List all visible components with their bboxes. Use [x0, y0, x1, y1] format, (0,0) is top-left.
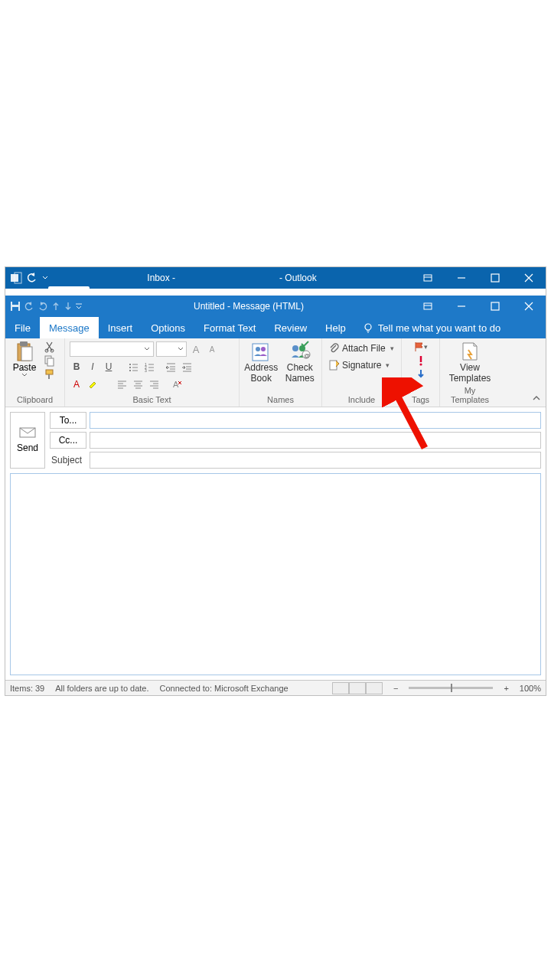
send-button[interactable]: Send — [10, 412, 45, 469]
ribbon-display-icon[interactable] — [411, 296, 445, 317]
qat-dropdown-icon[interactable] — [42, 275, 48, 281]
subject-input[interactable] — [90, 452, 541, 469]
tab-file[interactable]: File — [5, 317, 40, 338]
ribbon-tabs: File Message Insert Options Format Text … — [5, 317, 546, 338]
to-input[interactable] — [90, 412, 541, 429]
names-group-label: Names — [244, 394, 317, 407]
format-painter-icon[interactable] — [44, 368, 56, 381]
tab-format-text[interactable]: Format Text — [194, 317, 265, 338]
svg-rect-8 — [491, 302, 499, 310]
status-folders: All folders are up to date. — [55, 684, 148, 693]
shrink-font-icon[interactable]: A — [205, 342, 219, 356]
redo-icon[interactable] — [37, 301, 48, 312]
lightbulb-icon — [363, 322, 373, 333]
signature-icon — [328, 359, 339, 371]
outlook-tab-peek — [48, 286, 90, 294]
font-name-selector[interactable] — [70, 341, 154, 357]
svg-point-19 — [129, 367, 131, 368]
message-body[interactable] — [10, 473, 541, 675]
undo-icon[interactable] — [24, 301, 34, 312]
tell-me-search[interactable]: Tell me what you want to do — [355, 317, 508, 338]
my-templates-group-label: My Templates — [445, 384, 495, 407]
svg-point-33 — [419, 363, 422, 365]
bold-icon[interactable]: B — [70, 360, 83, 374]
attach-file-button[interactable]: Attach File ▾ — [327, 341, 396, 356]
maximize-icon[interactable] — [478, 267, 512, 289]
svg-rect-17 — [46, 370, 53, 374]
zoom-slider[interactable] — [409, 687, 493, 689]
paste-button[interactable]: Paste — [10, 341, 39, 377]
address-book-icon — [249, 341, 272, 362]
view-switch-buttons[interactable] — [332, 682, 383, 694]
underline-icon[interactable]: U — [102, 360, 116, 374]
tab-review[interactable]: Review — [265, 317, 316, 338]
high-importance-button[interactable] — [414, 354, 428, 367]
zoom-out-icon[interactable]: − — [393, 684, 398, 693]
collapse-ribbon-icon[interactable] — [532, 394, 541, 402]
svg-rect-2 — [424, 275, 432, 281]
save-icon[interactable] — [10, 301, 21, 312]
qat-customize-icon[interactable] — [76, 302, 82, 310]
check-names-button[interactable]: @ Check Names — [283, 341, 318, 384]
prev-item-icon[interactable] — [51, 301, 60, 312]
svg-point-18 — [129, 364, 131, 365]
font-color-icon[interactable]: A — [70, 377, 83, 391]
copy-icon[interactable] — [44, 354, 56, 367]
view-templates-button[interactable]: View Templates — [445, 341, 495, 384]
tab-insert[interactable]: Insert — [99, 317, 142, 338]
highlight-icon[interactable] — [86, 377, 99, 391]
maximize-icon[interactable] — [478, 296, 512, 317]
align-left-icon[interactable] — [115, 377, 129, 391]
svg-rect-12 — [21, 347, 32, 361]
undo-icon[interactable] — [27, 273, 37, 283]
ribbon-display-icon[interactable] — [411, 267, 445, 289]
font-size-selector[interactable] — [156, 341, 187, 357]
close-icon[interactable] — [512, 267, 546, 289]
status-bar: Items: 39 All folders are up to date. Co… — [5, 680, 546, 695]
svg-point-9 — [365, 324, 371, 330]
svg-text:@: @ — [304, 352, 310, 359]
template-icon — [458, 341, 481, 362]
italic-icon[interactable]: I — [86, 360, 99, 374]
send-label: Send — [17, 443, 38, 453]
decrease-indent-icon[interactable] — [164, 360, 178, 374]
increase-indent-icon[interactable] — [180, 360, 194, 374]
address-book-button[interactable]: Address Book — [244, 341, 279, 384]
paperclip-icon — [328, 342, 339, 354]
close-icon[interactable] — [512, 296, 546, 317]
svg-rect-7 — [424, 303, 432, 309]
minimize-icon[interactable] — [445, 267, 478, 289]
check-names-icon: @ — [289, 341, 311, 362]
basic-text-group-label: Basic Text — [70, 394, 234, 407]
follow-up-flag-button[interactable]: ▾ — [414, 341, 428, 353]
next-item-icon[interactable] — [64, 301, 73, 312]
cc-input[interactable] — [90, 432, 541, 449]
minimize-icon[interactable] — [445, 296, 478, 317]
signature-button[interactable]: Signature ▾ — [327, 358, 396, 373]
outlook-title-app: - Outlook — [279, 273, 317, 283]
tab-help[interactable]: Help — [316, 317, 355, 338]
numbering-icon[interactable]: 123 — [142, 360, 156, 374]
ribbon: Paste Clipboard A — [5, 338, 546, 407]
svg-text:3: 3 — [145, 368, 147, 372]
svg-point-26 — [256, 347, 260, 351]
low-importance-button[interactable] — [414, 368, 428, 381]
svg-rect-3 — [491, 274, 499, 282]
to-button[interactable]: To... — [50, 412, 86, 429]
outlook-title-inbox: Inbox - — [147, 273, 175, 283]
tab-options[interactable]: Options — [142, 317, 194, 338]
status-items: Items: 39 — [10, 684, 44, 693]
align-right-icon[interactable] — [147, 377, 161, 391]
cut-icon[interactable] — [44, 341, 56, 353]
svg-rect-32 — [330, 361, 337, 370]
paste-label: Paste — [13, 362, 37, 373]
zoom-in-icon[interactable]: + — [504, 684, 508, 693]
bullets-icon[interactable] — [126, 360, 140, 374]
clear-formatting-icon[interactable]: A — [170, 377, 184, 391]
tab-message[interactable]: Message — [40, 317, 99, 338]
cc-button[interactable]: Cc... — [50, 432, 86, 449]
grow-font-icon[interactable]: A — [189, 342, 203, 356]
svg-rect-5 — [12, 302, 18, 305]
align-center-icon[interactable] — [131, 377, 145, 391]
svg-text:A: A — [173, 380, 179, 389]
